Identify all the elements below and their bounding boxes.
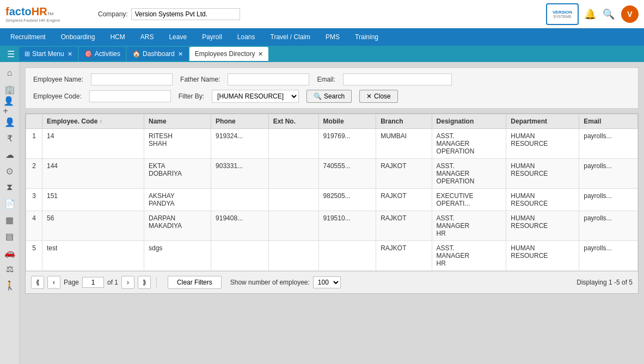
- nav-item-loans[interactable]: Loans: [230, 28, 263, 46]
- logo-acto: acto: [9, 5, 32, 18]
- sidebar-car-icon[interactable]: 🚗: [3, 246, 16, 259]
- center-logo-bot: SYSTEMS: [553, 15, 571, 18]
- cell-designation: ASST.MANAGERHR: [432, 211, 506, 241]
- cell-designation: ASST.MANAGEROPERATION: [432, 159, 506, 189]
- sidebar-grid-icon[interactable]: ▦: [3, 213, 16, 226]
- next-page-button[interactable]: ›: [121, 276, 134, 289]
- center-logo-top: VERSION: [553, 10, 572, 15]
- cell-num: 2: [26, 159, 42, 189]
- col-header-email[interactable]: Email: [579, 114, 638, 129]
- cell-num: 5: [26, 241, 42, 271]
- col-header-ext-no[interactable]: Ext No.: [268, 114, 318, 129]
- filter-by-select[interactable]: [HUMAN RESOURCE]: [212, 90, 299, 103]
- tab-dashboard[interactable]: 🏠 Dashboard ✕: [127, 47, 188, 61]
- sidebar-building-icon[interactable]: 🏢: [3, 83, 16, 96]
- sidebar-camera-icon[interactable]: ⊙: [3, 164, 16, 177]
- bell-icon[interactable]: 🔔: [584, 8, 596, 20]
- cell-designation: ASST.MANAGEROPERATION: [432, 129, 506, 159]
- nav-item-leave[interactable]: Leave: [161, 28, 194, 46]
- clear-filters-button[interactable]: Clear Filters: [168, 276, 222, 289]
- col-header-name[interactable]: Name: [144, 114, 211, 129]
- nav-item-pms[interactable]: PMS: [318, 28, 347, 46]
- search-icon[interactable]: 🔍: [603, 8, 615, 20]
- tab-dashboard-label: Dashboard: [143, 50, 175, 58]
- nav-item-ars[interactable]: ARS: [133, 28, 162, 46]
- employee-name-input[interactable]: [91, 73, 173, 85]
- search-button[interactable]: 🔍 Search: [306, 90, 352, 103]
- search-btn-icon: 🔍: [314, 92, 322, 100]
- company-area: Company:: [93, 8, 541, 20]
- sidebar-currency-icon[interactable]: ₹: [3, 132, 16, 145]
- cell-department: HUMANRESOURCE: [506, 211, 579, 241]
- filter-row-1: Employee Name: Father Name: Email:: [33, 73, 630, 85]
- logo-f: f: [5, 5, 9, 18]
- sidebar-table-icon[interactable]: ▤: [3, 230, 16, 243]
- tab-activities-label: Activities: [95, 50, 120, 58]
- sidebar-addperson-icon[interactable]: 👤+: [3, 99, 16, 112]
- cell-ext-no: [268, 189, 318, 211]
- cell-ext-no: [268, 159, 318, 189]
- cell-department: HUMANRESOURCE: [506, 189, 579, 211]
- cell-email: payrolls...: [579, 211, 638, 241]
- close-button[interactable]: ✕ Close: [359, 90, 398, 103]
- tab-employees-directory[interactable]: Employees Directory ✕: [189, 47, 269, 61]
- tab-start-menu[interactable]: ⊞ Start Menu ✕: [19, 47, 78, 61]
- col-header-mobile[interactable]: Mobile: [318, 114, 376, 129]
- sidebar-document-icon[interactable]: 📄: [3, 197, 16, 210]
- nav-item-payroll[interactable]: Payroll: [194, 28, 230, 46]
- sidebar-scale-icon[interactable]: ⚖: [3, 262, 16, 275]
- close-btn-label: Close: [374, 92, 391, 100]
- hamburger-icon[interactable]: ☰: [3, 49, 19, 59]
- page-number-input[interactable]: [82, 277, 104, 288]
- employee-name-label: Employee Name:: [33, 76, 83, 83]
- email-input[interactable]: [343, 73, 452, 85]
- company-input[interactable]: [131, 8, 240, 20]
- sidebar-person-walk-icon[interactable]: 🚶: [3, 279, 16, 292]
- sidebar-home-icon[interactable]: ⌂: [3, 66, 16, 79]
- search-btn-label: Search: [324, 92, 345, 100]
- nav-item-travel-claim[interactable]: Travel / Claim: [263, 28, 318, 46]
- top-icons: 🔔 🔍 V: [584, 5, 639, 23]
- employees-table: Employee. Code ↑ Name Phone Ext No. Mobi…: [26, 114, 638, 271]
- col-header-employee-code[interactable]: Employee. Code ↑: [42, 114, 144, 129]
- tab-employees-directory-close[interactable]: ✕: [258, 51, 263, 58]
- first-page-button[interactable]: ⟪: [31, 276, 44, 289]
- col-header-department[interactable]: Department: [506, 114, 579, 129]
- last-page-button[interactable]: ⟫: [138, 276, 151, 289]
- page-label: Page: [64, 279, 79, 286]
- cell-department: HUMANRESOURCE: [506, 129, 579, 159]
- father-name-input[interactable]: [228, 73, 309, 85]
- nav-item-hcm[interactable]: HCM: [102, 28, 132, 46]
- employee-code-input[interactable]: [89, 90, 171, 102]
- sidebar-cloud-icon[interactable]: ☁: [3, 148, 16, 161]
- cell-designation: EXECUTIVEOPERATI...: [432, 189, 506, 211]
- col-header-phone[interactable]: Phone: [211, 114, 269, 129]
- cell-branch: RAJKOT: [376, 189, 432, 211]
- cell-phone: [211, 241, 269, 271]
- table-row: 4 56 DARPANMAKADIYA 919408... 919510... …: [26, 211, 638, 241]
- company-label: Company:: [98, 10, 128, 18]
- tab-start-menu-label: Start Menu: [32, 50, 64, 58]
- cell-employee-code: 151: [42, 189, 144, 211]
- nav-item-recruitment[interactable]: Recruitment: [3, 28, 53, 46]
- logo-tagline: Simplest-Fastest HR Engine: [5, 18, 60, 23]
- sidebar: ⌂ 🏢 👤+ 👤 ₹ ☁ ⊙ ⧗ 📄 ▦ ▤ 🚗 ⚖ 🚶: [0, 62, 20, 364]
- cell-name: DARPANMAKADIYA: [144, 211, 211, 241]
- show-number-select[interactable]: 100 50 25: [313, 276, 341, 288]
- cell-name: AKSHAYPANDYA: [144, 189, 211, 211]
- tab-start-menu-close[interactable]: ✕: [68, 51, 72, 58]
- nav-item-onboarding[interactable]: Onboarding: [53, 28, 103, 46]
- nav-item-training[interactable]: Training: [347, 28, 386, 46]
- cell-mobile: 982505...: [318, 189, 376, 211]
- sidebar-hourglass-icon[interactable]: ⧗: [3, 181, 16, 194]
- prev-page-button[interactable]: ‹: [47, 276, 60, 289]
- sidebar-person-icon[interactable]: 👤: [3, 115, 16, 128]
- cell-employee-code: 56: [42, 211, 144, 241]
- col-header-designation[interactable]: Designation: [432, 114, 506, 129]
- tab-activities[interactable]: 🎯 Activities: [79, 47, 126, 61]
- email-label: Email:: [317, 76, 335, 83]
- tab-dashboard-close[interactable]: ✕: [178, 51, 183, 58]
- cell-employee-code: 144: [42, 159, 144, 189]
- user-avatar[interactable]: V: [621, 5, 639, 23]
- col-header-branch[interactable]: Branch: [376, 114, 432, 129]
